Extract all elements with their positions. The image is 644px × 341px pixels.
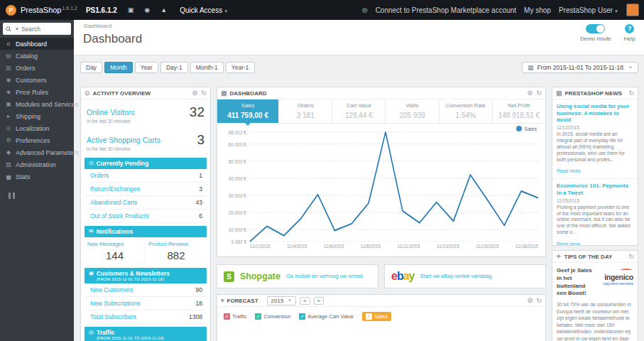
customers-newsletters-header: ◉ Customers & Newsletters(FROM 2015-11-0… [84, 268, 207, 283]
person-icon[interactable]: ◉ [144, 6, 150, 13]
quick-access-menu[interactable]: Quick Access▼ [180, 6, 228, 14]
ebay-logo-letter: e [391, 270, 397, 282]
user-avatar[interactable] [626, 4, 639, 16]
filter-month-button[interactable]: Month [104, 62, 133, 73]
kpi-orders[interactable]: Orders3 181 [279, 99, 332, 123]
customers-row-total-subscribers[interactable]: Total Subscribers1308 [84, 310, 207, 324]
gear-icon[interactable]: ⚙ [527, 90, 533, 97]
date-range-picker[interactable]: ▦ From 2015-11-01 To 2015-11-18 ▼ [522, 62, 638, 73]
refresh-icon[interactable]: ↻ [201, 90, 207, 97]
sidebar-item-catalog[interactable]: ▤Catalog [0, 50, 74, 62]
legend-sales[interactable]: ✓Sales [362, 312, 391, 321]
launch-icon[interactable]: ▲ [160, 6, 167, 13]
my-shop-link[interactable]: My shop [524, 6, 551, 14]
demo-mode-toggle[interactable] [586, 24, 605, 33]
pending-row-orders[interactable]: Orders1 [84, 169, 207, 183]
online-visitors-link[interactable]: Online Visitors [87, 108, 135, 117]
sidebar-item-advanced-parameters[interactable]: ◆Advanced Parameters [0, 146, 74, 158]
tips-body-text: 30 tot 70% van de consumenten in Europa … [557, 301, 633, 341]
chevron-down-icon[interactable]: ▾ [221, 297, 224, 304]
forecast-prev-button[interactable]: « [300, 297, 310, 305]
filter-year-1-button[interactable]: Year-1 [226, 62, 255, 73]
sidebar-item-shipping[interactable]: ▸Shipping [0, 110, 74, 122]
forecast-year-select[interactable]: 2015▼ [267, 296, 297, 305]
customers-row-new-subscriptions[interactable]: New Subscriptions18 [84, 297, 207, 310]
sidebar-item-localization[interactable]: ◎Localization [0, 122, 74, 134]
kpi-conversion-rate[interactable]: Conversion Rate1.54% [440, 99, 493, 123]
refresh-icon[interactable]: ↻ [628, 90, 634, 97]
sidebar-item-modules[interactable]: ▣Modules and Services [0, 98, 74, 110]
legend-average-cart-value[interactable]: ✓Average Cart Value [299, 313, 354, 320]
gear-icon[interactable]: ⚙ [527, 297, 533, 304]
filter-month-1-button[interactable]: Month-1 [190, 62, 224, 73]
sidebar-item-stats[interactable]: ▅Stats [0, 170, 74, 183]
search-input[interactable] [21, 26, 61, 33]
x-tick-label: 11/1/2015 [250, 244, 270, 250]
orders-icon: ▥ [5, 65, 12, 71]
chart-plot-area: Sales [250, 132, 538, 242]
filter-day-button[interactable]: Day [80, 62, 102, 73]
checkbox-icon[interactable]: ✓ [299, 313, 305, 320]
tips-panel: ✦ TIPS OF THE DAY ↻ Geef je Sales in het… [552, 250, 638, 341]
refresh-icon[interactable]: ↻ [628, 253, 634, 260]
shopgate-link[interactable]: Ga mobiel en verhoog uw omzet [286, 273, 363, 279]
read-more-link[interactable]: Read more [557, 168, 581, 173]
sidebar-item-dashboard[interactable]: ⌂Dashboard [0, 38, 74, 50]
refresh-icon[interactable]: ↻ [536, 90, 542, 97]
sidebar-item-customers[interactable]: ◉Customers [0, 74, 74, 86]
sidebar-item-label: Shipping [16, 113, 40, 120]
user-menu[interactable]: PrestaShop User▼ [559, 6, 618, 14]
ebay-logo-letter: a [403, 270, 409, 282]
kpi-sales[interactable]: Sales411 759,00 € [217, 99, 279, 123]
filter-day-1-button[interactable]: Day-1 [160, 62, 188, 73]
globe-icon: ◎ [89, 329, 94, 335]
kpi-net-profit[interactable]: Net Profit148 918,51 € [493, 99, 545, 123]
help-icon[interactable]: ? [625, 24, 634, 33]
legend-conversion[interactable]: ✓Conversion [255, 313, 290, 320]
ebay-link[interactable]: Start uw eBay-winkel vandaag [420, 273, 492, 279]
breadcrumb: Dashboard [84, 23, 111, 29]
chart-legend[interactable]: Sales [516, 126, 537, 131]
kpi-cart-value[interactable]: Cart Value129,44 € [332, 99, 386, 123]
sidebar-item-preferences[interactable]: ⚙Preferences [0, 134, 74, 146]
news-title-link[interactable]: Using social media for your business: 4 … [557, 103, 633, 124]
help-label: Help [624, 36, 635, 42]
stats-icon: ▅ [5, 173, 12, 180]
gear-icon[interactable]: ⚙ [192, 90, 197, 97]
customers-icon: ◉ [89, 270, 94, 276]
y-tick-label: 20 000 € [229, 210, 246, 215]
forecast-next-button[interactable]: » [314, 297, 324, 305]
legend-traffic[interactable]: ✓Traffic [224, 313, 246, 320]
sidebar-item-price-rules[interactable]: ◈Price Rules [0, 86, 74, 98]
dashboard-panel: ▦ DASHBOARD ⚙↻ Sales411 759,00 € Orders3… [217, 87, 546, 257]
active-carts-link[interactable]: Active Shopping Carts [87, 136, 160, 144]
checkbox-icon[interactable]: ✓ [366, 313, 372, 320]
x-tick-label: 11/6/2015 [324, 244, 344, 250]
news-title-link[interactable]: Ecommerce 101: Payments in a Tweet [557, 183, 633, 196]
checkbox-icon[interactable]: ✓ [224, 313, 230, 320]
active-carts-metric: Active Shopping Carts 3 [81, 127, 210, 148]
checkbox-icon[interactable]: ✓ [255, 313, 261, 320]
page-header: Dashboard Dashboard Demo mode ? Help [74, 20, 644, 55]
sidebar-search[interactable]: ▼ [3, 23, 71, 35]
news-date: 11/05/2015 [557, 198, 633, 203]
online-visitors-value: 32 [190, 104, 204, 120]
sidebar-item-administration[interactable]: ▧Administration [0, 158, 74, 170]
pending-row-returns[interactable]: Return/Exchanges3 [84, 183, 207, 196]
news-icon: ▤ [556, 90, 562, 97]
product-reviews-cell[interactable]: Product Reviews 882 [146, 237, 207, 265]
new-messages-cell[interactable]: New Messages 144 [84, 237, 146, 265]
pending-row-out-of-stock[interactable]: Out of Stock Products6 [84, 210, 207, 223]
sidebar-item-orders[interactable]: ▥Orders [0, 62, 74, 74]
refresh-icon[interactable]: ↻ [536, 297, 542, 304]
kpi-visits[interactable]: Visits205 939 [386, 99, 439, 123]
marketplace-link[interactable]: Connect to PrestaShop Marketplace accoun… [376, 6, 516, 14]
pending-row-abandoned-carts[interactable]: Abandoned Carts43 [84, 196, 207, 210]
y-tick-label: 3 082 € [231, 239, 246, 244]
filter-year-button[interactable]: Year [135, 62, 158, 73]
chevron-down-icon[interactable]: ▼ [15, 27, 19, 31]
sidebar-collapse-button[interactable] [9, 193, 74, 199]
read-more-link[interactable]: Read more [557, 242, 581, 246]
customers-row-new-customers[interactable]: New Customers90 [84, 283, 207, 297]
cart-icon[interactable]: ▣ [128, 6, 134, 13]
